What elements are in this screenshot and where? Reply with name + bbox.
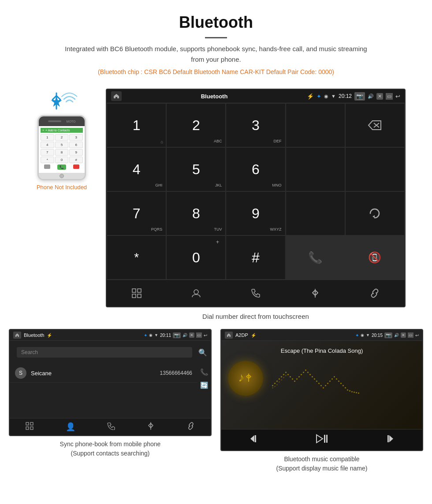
dial-refresh[interactable] [345,191,405,235]
dial-key-7[interactable]: 7 PQRS [107,191,166,235]
phone-key-0[interactable]: 0 [55,157,69,163]
svg-rect-45 [340,383,342,384]
page-description: Integrated with BC6 Bluetooth module, su… [62,44,370,65]
phonebook-screenshot: Bluetooth ⚡ ✦ ◉ ▼ 20:11 📷 🔊 ✕ ▭ ↩ [9,329,212,473]
pb-camera-icon[interactable]: 📷 [173,332,181,338]
music-statusbar: A2DP ⚡ ✦ ◉ ▼ 20:15 📷 🔊 ✕ ▭ ↩ [221,330,422,341]
svg-marker-66 [389,435,393,442]
dial-key-star[interactable]: * [107,235,166,280]
dial-key-5[interactable]: 5 JKL [166,147,226,191]
bluetooth-status-icon: ✦ [317,93,321,100]
dial-key-hash[interactable]: # [226,235,285,280]
phone-key-9[interactable]: 9 [69,149,83,156]
dial-key-4[interactable]: 4 GHI [107,147,166,191]
phone-home-button[interactable] [39,173,85,179]
music-close-icon[interactable]: ✕ [401,332,406,338]
dial-backspace[interactable] [345,103,405,147]
dialpad-grid: 1 ⌂ 2 ABC 3 DEF [107,103,405,280]
phone-green-bar: + + Add to Contacts [41,128,83,133]
svg-rect-39 [327,383,328,384]
dial-call-green-button[interactable]: 📞 [286,235,345,280]
page-title: Bluetooth [9,13,423,32]
phone-key-1[interactable]: 1 [41,134,54,141]
dial-key-9[interactable]: 9 WXYZ [226,191,285,235]
phone-not-included-label: Phone Not Included [37,184,87,190]
svg-rect-37 [323,387,324,388]
signal-icon: ▼ [331,93,336,99]
phone-key-5[interactable]: 5 [55,142,69,148]
dial-key-6[interactable]: 6 MNO [226,147,285,191]
svg-rect-40 [329,381,331,382]
dial-call-red-button[interactable]: 📵 [345,235,405,280]
pb-back-icon[interactable]: ↩ [204,333,207,338]
phone-key-4[interactable]: 4 [41,142,54,148]
music-camera-icon[interactable]: 📷 [384,332,392,338]
phonebook-screen: Bluetooth ⚡ ✦ ◉ ▼ 20:11 📷 🔊 ✕ ▭ ↩ [9,329,212,436]
camera-icon[interactable]: 📷 [354,92,365,101]
phone-key-hash[interactable]: # [69,157,83,163]
phone-key-6[interactable]: 6 [69,142,83,148]
contact-phone: 13566664466 [160,370,192,376]
back-icon[interactable]: ↩ [395,93,400,100]
nav-link-icon[interactable] [364,284,386,302]
svg-rect-42 [334,376,335,377]
nav-grid-icon[interactable] [126,284,148,302]
music-prev-icon[interactable] [250,434,259,446]
music-screen: A2DP ⚡ ✦ ◉ ▼ 20:15 📷 🔊 ✕ ▭ ↩ [220,329,423,451]
svg-rect-4 [132,289,136,292]
window-icon[interactable]: ▭ [386,93,393,100]
location-icon: ◉ [324,93,328,99]
nav-contacts-icon[interactable] [185,284,207,302]
phone-key-8[interactable]: 8 [55,149,69,156]
dial-empty-3 [345,147,405,191]
svg-rect-49 [349,390,350,392]
pb-nav-link[interactable] [187,422,195,432]
music-window-icon[interactable]: ▭ [408,332,413,338]
pb-search-bar[interactable]: Search [17,347,192,358]
bluetooth-specs: (Bluetooth chip : CSR BC6 Default Blueto… [9,68,423,75]
pb-time: 20:11 [160,333,171,338]
nav-phone-icon[interactable] [245,284,267,302]
svg-rect-26 [298,376,300,377]
dial-key-3[interactable]: 3 DEF [226,103,285,147]
pb-volume-icon[interactable]: 🔊 [182,333,187,337]
home-button[interactable] [111,91,122,101]
phone-key-star[interactable]: * [41,157,54,163]
music-volume-icon[interactable]: 🔊 [394,333,399,337]
phone-key-7[interactable]: 7 [41,149,54,156]
volume-icon[interactable]: 🔊 [368,93,374,99]
svg-rect-6 [132,294,136,298]
dial-key-2[interactable]: 2 ABC [166,103,226,147]
add-contacts-label: + Add to Contacts [45,129,70,132]
dial-key-0[interactable]: 0 + [166,235,226,280]
pb-nav-grid[interactable] [26,422,34,432]
pb-call-icon[interactable]: 📞 [200,368,209,376]
pb-window-icon[interactable]: ▭ [196,332,202,338]
music-back-icon[interactable]: ↩ [415,333,419,338]
music-next-icon[interactable] [384,434,394,446]
svg-rect-56 [276,384,278,385]
pb-nav-phone[interactable] [107,422,115,432]
phone-bottom-row: 📞 [41,163,83,171]
pb-sync-icon[interactable]: 🔄 [200,381,209,389]
close-icon[interactable]: ✕ [376,93,383,100]
dial-caption: Dial number direct from touchscreen [202,313,309,320]
pb-statusbar: Bluetooth ⚡ ✦ ◉ ▼ 20:11 📷 🔊 ✕ ▭ ↩ [10,330,211,341]
svg-rect-38 [325,385,326,386]
pb-search-icon[interactable]: 🔍 [198,348,207,357]
dial-key-1[interactable]: 1 ⌂ [107,103,166,147]
contact-row-seicane[interactable]: S Seicane 13566664466 [10,364,197,383]
nav-bluetooth-icon[interactable] [304,284,326,302]
svg-rect-35 [318,383,320,384]
phone-top-bar: MOTO [39,116,85,126]
dial-key-8[interactable]: 8 TUV [166,191,226,235]
pb-nav-bluetooth[interactable] [147,422,155,432]
statusbar-right: ⚡ ✦ ◉ ▼ 20:12 📷 🔊 ✕ ▭ [307,92,400,101]
music-play-pause-icon[interactable] [316,434,328,446]
pb-nav-contacts-active[interactable]: 👤 [66,422,75,432]
svg-rect-32 [312,376,313,377]
phone-call-button[interactable]: 📞 [57,164,66,170]
phone-key-2[interactable]: 2 [55,134,69,141]
pb-close-icon[interactable]: ✕ [189,332,194,338]
phone-key-3[interactable]: 3 [69,134,83,141]
